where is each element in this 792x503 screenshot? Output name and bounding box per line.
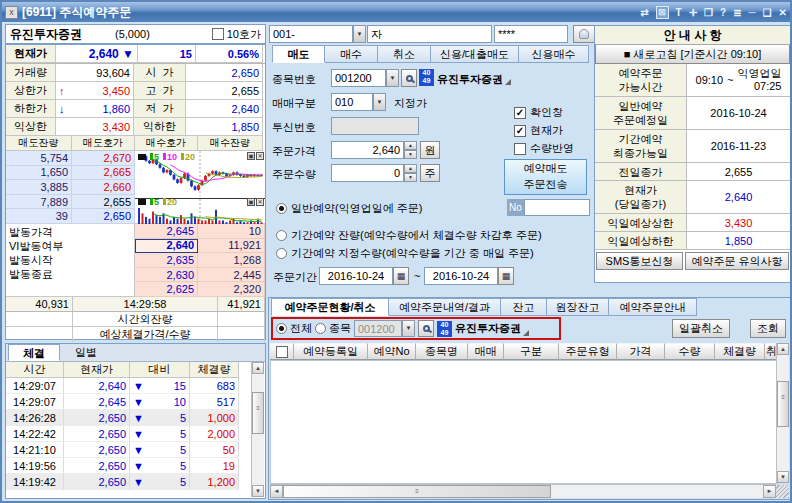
ask-qty[interactable]: 3,885 xyxy=(6,180,72,195)
col-reserve-no[interactable]: 예약No xyxy=(368,343,416,360)
ask-qty[interactable]: 39 xyxy=(6,209,72,224)
code-combo[interactable]: 001200 ▼ xyxy=(331,69,399,87)
radio-icon[interactable] xyxy=(276,230,287,241)
tick-row[interactable]: 14:26:28 2,650 ▼5 1,000 xyxy=(6,410,252,426)
password-input[interactable]: **** xyxy=(494,25,568,43)
chart-maximize-icon[interactable]: ▣ xyxy=(247,152,255,160)
price-unit-button[interactable]: 원 xyxy=(420,141,440,159)
period-from-input[interactable]: 2016-10-24 xyxy=(319,267,393,285)
no-input[interactable] xyxy=(524,199,590,216)
bid-qty[interactable]: 11,921 xyxy=(198,239,265,254)
filter-code-value[interactable]: 001200 xyxy=(354,320,402,337)
filter-code-combo[interactable]: 001200 ▼ xyxy=(354,320,415,337)
chart-close-icon[interactable]: ✕ xyxy=(256,198,264,206)
filter-search-button[interactable] xyxy=(418,320,434,337)
chevron-down-icon[interactable]: ▼ xyxy=(353,25,366,43)
scroll-thumb[interactable]: ≡ xyxy=(283,485,551,498)
tick-scrollbar[interactable]: ▲ ≡ ▼ xyxy=(251,362,264,497)
order-type-value[interactable]: 010 xyxy=(331,93,373,111)
code-value[interactable]: 001200 xyxy=(331,69,386,87)
ask-price[interactable]: 2,650 xyxy=(72,209,135,224)
bid-qty[interactable]: 2,320 xyxy=(198,282,265,297)
resize-grip[interactable] xyxy=(776,485,789,498)
radio-icon[interactable] xyxy=(276,248,287,259)
checkbox-icon[interactable] xyxy=(514,125,526,137)
chart-maximize-icon[interactable]: ▣ xyxy=(247,198,255,206)
scroll-up-icon[interactable]: ▲ xyxy=(777,343,789,355)
bid-qty[interactable]: 1,268 xyxy=(198,253,265,268)
ask-price[interactable]: 2,670 xyxy=(72,151,135,166)
submit-order-button[interactable]: 예약매도주문전송 xyxy=(504,159,587,195)
radio-icon[interactable] xyxy=(276,323,287,334)
tick-row[interactable]: 14:19:56 2,650 ▼5 19 xyxy=(6,458,252,474)
tick-row[interactable]: 14:29:07 2,640 ▼15 683 xyxy=(6,378,252,394)
col-order-type[interactable]: 주문유형 xyxy=(559,343,617,360)
radio-general-reserve[interactable]: 일반예약(익영업일에 주문) xyxy=(276,201,422,216)
radio-period-remain[interactable]: 기간예약 잔량(예약수량에서 체결수량 차감후 주문) xyxy=(276,228,542,243)
col-stock-name[interactable]: 종목명 xyxy=(416,343,468,360)
price-stepper[interactable]: ▲▼ xyxy=(404,141,417,159)
col-category[interactable]: 구분 xyxy=(504,343,559,360)
order-notice-button[interactable]: 예약주문 유의사항 xyxy=(685,252,789,270)
chart-close-icon[interactable]: ✕ xyxy=(256,152,264,160)
code-search-button[interactable] xyxy=(401,69,417,87)
chevron-down-icon[interactable]: ▼ xyxy=(386,69,399,87)
refresh-button[interactable]: ■ 새로고침 [기준시간 09:10] xyxy=(595,45,790,64)
radio-icon[interactable] xyxy=(315,323,326,334)
reservation-hscrollbar[interactable]: ◄ ≡ ► xyxy=(270,484,776,498)
popout-icon[interactable]: ❐ xyxy=(704,7,713,18)
checkbox-icon[interactable] xyxy=(514,107,526,119)
reservation-table-body[interactable] xyxy=(270,360,778,484)
tab-cancel[interactable]: 취소 xyxy=(378,45,431,63)
period-to-calendar-button[interactable]: ▦ xyxy=(498,267,514,285)
account-combo[interactable]: 001- ▼ xyxy=(269,25,366,43)
tick-row[interactable]: 14:21:10 2,650 ▼5 50 xyxy=(6,442,252,458)
minimize-icon[interactable]: ─ xyxy=(749,7,756,18)
tab-reserve-status[interactable]: 예약주문현황/취소 xyxy=(271,298,389,316)
col-filled-qty[interactable]: 체결량 xyxy=(715,343,765,360)
chevron-down-icon[interactable]: ▼ xyxy=(402,320,415,337)
help-icon[interactable]: ? xyxy=(720,7,726,18)
trust-no-input[interactable] xyxy=(331,117,419,135)
qty-reflect-option[interactable]: 수량반영 xyxy=(514,141,574,156)
scroll-up-icon[interactable]: ▲ xyxy=(252,362,264,374)
confirm-window-option[interactable]: 확인창 xyxy=(514,105,563,120)
tab-balance[interactable]: 잔고 xyxy=(501,298,547,316)
col-reg-date[interactable]: 예약등록일 xyxy=(294,343,368,360)
ten-hoga-checkbox[interactable] xyxy=(212,28,224,40)
reservation-vscrollbar[interactable]: ▲ ≡ ▼ xyxy=(776,343,789,483)
cancel-all-button[interactable]: 일괄취소 xyxy=(672,319,730,338)
radio-period-fixed[interactable]: 기간예약 지정수량(예약수량을 기간 중 매일 주문) xyxy=(276,246,534,261)
bid-qty[interactable]: 10 xyxy=(198,224,265,239)
tab-sell[interactable]: 매도 xyxy=(272,45,325,63)
col-side[interactable]: 매매 xyxy=(468,343,504,360)
checkbox-icon[interactable] xyxy=(276,346,288,358)
period-from-calendar-button[interactable]: ▦ xyxy=(393,267,409,285)
chevron-down-icon[interactable]: ▼ xyxy=(373,93,386,111)
pin-icon[interactable]: ✛ xyxy=(689,7,697,18)
qty-stepper[interactable]: ▲▼ xyxy=(404,164,417,182)
account-value[interactable]: 001- xyxy=(269,25,353,43)
maximize-icon[interactable]: ❑ xyxy=(763,7,772,18)
ask-qty[interactable]: 7,889 xyxy=(6,195,72,210)
order-price-input[interactable]: 2,640 xyxy=(331,141,404,159)
bid-price-current[interactable]: 2,640 xyxy=(135,239,198,254)
tick-row[interactable]: 14:19:42 2,650 ▼5 1,200 xyxy=(6,474,252,490)
scroll-down-icon[interactable]: ▼ xyxy=(252,485,264,497)
bid-price[interactable]: 2,625 xyxy=(135,282,198,297)
radio-icon[interactable] xyxy=(276,203,287,214)
period-to-input[interactable]: 2016-10-24 xyxy=(424,267,498,285)
menu-icon[interactable]: ≣ xyxy=(733,7,741,18)
bid-price[interactable]: 2,630 xyxy=(135,268,198,283)
ask-qty[interactable]: 5,754 xyxy=(6,151,72,166)
ask-price[interactable]: 2,655 xyxy=(72,195,135,210)
scroll-left-icon[interactable]: ◄ xyxy=(270,485,283,498)
scroll-right-icon[interactable]: ► xyxy=(763,485,776,498)
close-box-icon[interactable]: ☒ xyxy=(656,6,669,19)
checkbox-icon[interactable] xyxy=(514,143,526,155)
tab-executions[interactable]: 체결 xyxy=(8,344,60,361)
tab-reserve-history[interactable]: 예약주문내역/결과 xyxy=(389,298,501,316)
account-name-input[interactable]: 자 xyxy=(367,25,492,43)
ask-price[interactable]: 2,660 xyxy=(72,180,135,195)
current-price-option[interactable]: 현재가 xyxy=(514,123,563,138)
